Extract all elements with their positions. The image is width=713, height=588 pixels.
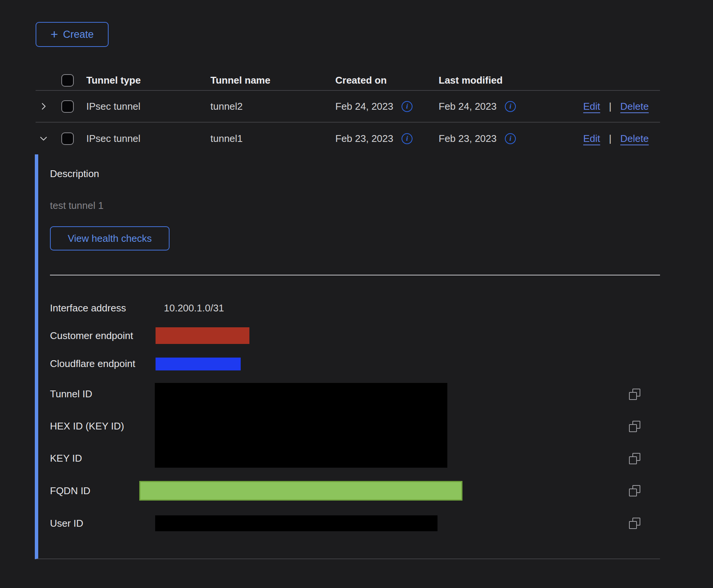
tunnel-name-value: tunnel1 [210, 133, 335, 145]
copy-icon[interactable] [629, 389, 640, 400]
field-row-customer-endpoint: Customer endpoint [50, 322, 660, 350]
info-icon[interactable]: i [505, 101, 516, 112]
chevron-down-icon[interactable] [39, 134, 48, 143]
last-modified-value: Feb 23, 2023 [439, 133, 497, 145]
user-id-label: User ID [50, 518, 155, 529]
table-row: IPsec tunnel tunnel1 Feb 23, 2023 i Feb … [36, 123, 660, 154]
tunnel-type-value: IPsec tunnel [86, 133, 210, 145]
row-checkbox[interactable] [61, 132, 74, 145]
tunnels-table: Tunnel type Tunnel name Created on Last … [36, 70, 660, 559]
tunnel-id-label: Tunnel ID [50, 388, 155, 400]
copy-icon[interactable] [629, 421, 640, 432]
create-button-label: Create [63, 29, 93, 40]
created-on-value: Feb 24, 2023 [335, 101, 393, 112]
column-header-last-modified: Last modified [439, 75, 583, 86]
user-id-redacted-value [155, 515, 437, 531]
field-row-user-id: User ID [50, 507, 660, 540]
tunnel-type-value: IPsec tunnel [86, 101, 210, 112]
edit-link[interactable]: Edit [583, 101, 600, 112]
chevron-right-icon[interactable] [39, 101, 48, 111]
tunnel-ids-group: Tunnel ID HEX ID (KEY ID) KEY ID [50, 378, 660, 474]
copy-icon[interactable] [629, 518, 640, 529]
info-icon[interactable]: i [402, 133, 413, 144]
tunnel-details-panel: Description test tunnel 1 View health ch… [35, 154, 660, 559]
interface-address-label: Interface address [50, 302, 155, 314]
field-row-interface-address: Interface address 10.200.1.0/31 [50, 294, 660, 322]
delete-link[interactable]: Delete [620, 133, 649, 144]
interface-address-value: 10.200.1.0/31 [155, 302, 624, 314]
action-separator: | [609, 101, 612, 112]
field-row-fqdn-id: FQDN ID [50, 474, 660, 507]
view-health-checks-button[interactable]: View health checks [50, 226, 170, 250]
description-value: test tunnel 1 [50, 200, 660, 211]
plus-icon: + [51, 28, 58, 40]
info-icon[interactable]: i [402, 101, 413, 112]
last-modified-value: Feb 24, 2023 [439, 101, 497, 112]
tunnel-fields: Interface address 10.200.1.0/31 Customer… [50, 294, 660, 540]
customer-endpoint-redacted-value [156, 327, 249, 344]
action-separator: | [609, 133, 612, 144]
info-glyph: i [406, 134, 408, 143]
info-glyph: i [509, 134, 511, 143]
field-row-cloudflare-endpoint: Cloudflare endpoint [50, 350, 660, 378]
cloudflare-endpoint-redacted-value [156, 358, 241, 370]
customer-endpoint-label: Customer endpoint [50, 330, 155, 342]
table-header-row: Tunnel type Tunnel name Created on Last … [36, 70, 660, 91]
delete-link[interactable]: Delete [620, 101, 649, 112]
cloudflare-endpoint-label: Cloudflare endpoint [50, 358, 155, 370]
edit-link[interactable]: Edit [583, 133, 600, 144]
copy-icon[interactable] [629, 453, 640, 464]
info-glyph: i [406, 102, 408, 110]
table-row: IPsec tunnel tunnel2 Feb 24, 2023 i Feb … [36, 91, 660, 123]
divider [50, 275, 660, 275]
fqdn-id-redacted-value [139, 481, 462, 501]
key-id-label: KEY ID [50, 453, 155, 464]
tunnel-name-value: tunnel2 [210, 101, 335, 112]
create-button[interactable]: + Create [36, 22, 109, 47]
tunnels-page: + Create Tunnel type Tunnel name Created… [0, 0, 713, 588]
copy-icon[interactable] [629, 485, 640, 496]
column-header-tunnel-type: Tunnel type [86, 75, 210, 86]
row-checkbox[interactable] [61, 100, 74, 113]
select-all-checkbox[interactable] [61, 74, 74, 87]
column-header-created-on: Created on [335, 75, 439, 86]
info-glyph: i [509, 102, 511, 110]
created-on-value: Feb 23, 2023 [335, 133, 393, 145]
description-label: Description [50, 168, 660, 179]
column-header-tunnel-name: Tunnel name [210, 75, 335, 86]
info-icon[interactable]: i [505, 133, 516, 144]
hex-id-label: HEX ID (KEY ID) [50, 420, 155, 432]
tunnel-ids-redacted-block [155, 383, 447, 468]
